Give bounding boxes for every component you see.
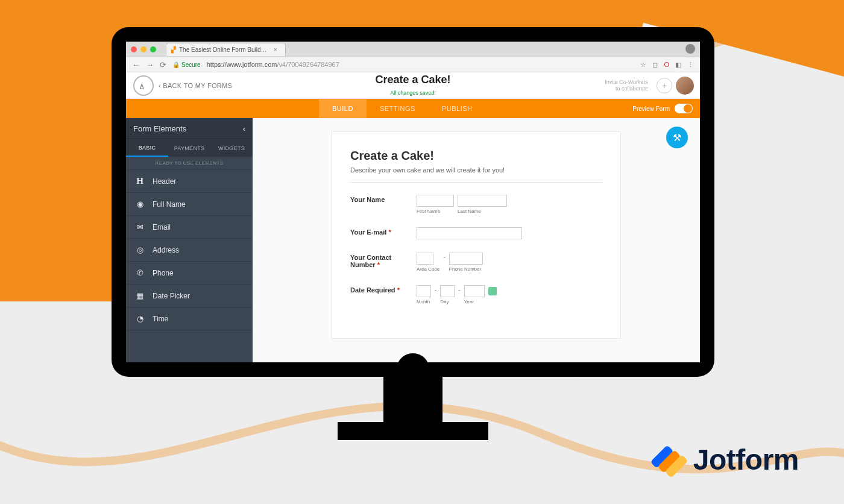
paint-roller-icon: ⚒ xyxy=(673,132,681,143)
pencil-logo-icon[interactable] xyxy=(133,75,154,96)
tab-build[interactable]: BUILD xyxy=(319,99,367,118)
element-date-picker[interactable]: ▦Date Picker xyxy=(126,285,253,307)
hint-day: Day xyxy=(440,299,455,304)
back-label: BACK TO MY FORMS xyxy=(163,82,232,89)
monitor-base xyxy=(338,422,488,440)
label-email: Your E-mail * xyxy=(350,227,417,239)
monitor-frame: ▞ The Easiest Online Form Build… × ← → ⟳… xyxy=(112,27,714,377)
save-status: All changes saved! xyxy=(390,90,436,96)
user-avatar[interactable] xyxy=(676,77,694,95)
tab-close-icon[interactable]: × xyxy=(274,46,277,53)
browser-tab[interactable]: ▞ The Easiest Online Form Build… × xyxy=(166,43,286,56)
element-label: Time xyxy=(153,315,168,323)
phone-number-input[interactable] xyxy=(449,253,483,265)
panel-tab-widgets[interactable]: WIDGETS xyxy=(210,139,253,157)
dash-icon: - xyxy=(435,285,436,293)
year-input[interactable] xyxy=(464,285,485,297)
label-date-text: Date Required xyxy=(350,286,395,294)
form-title-block: Create a Cake! All changes saved! xyxy=(375,74,450,97)
date-picker-icon: ▦ xyxy=(134,291,145,300)
field-date: Date Required * Month - Day - Year xyxy=(350,285,602,304)
jotform-mark-icon xyxy=(649,441,685,477)
preview-label: Preview Form xyxy=(632,106,670,112)
form-canvas: ⚒ Create a Cake! Describe your own cake … xyxy=(253,118,700,362)
month-input[interactable] xyxy=(417,285,431,297)
tab-settings[interactable]: SETTINGS xyxy=(367,99,429,118)
panel-header: Form Elements ‹ xyxy=(126,118,253,139)
nav-back-icon[interactable]: ← xyxy=(132,60,140,69)
label-contact-l1: Your Contact xyxy=(350,254,391,261)
window-close-icon[interactable] xyxy=(131,46,137,52)
element-label: Phone xyxy=(153,269,174,277)
hint-phone: Phone Number xyxy=(449,266,483,272)
add-coworker-button[interactable]: + xyxy=(657,78,672,93)
nav-reload-icon[interactable]: ⟳ xyxy=(160,60,166,69)
url-text[interactable]: https://www.jotform.com/v4/7004926478496… xyxy=(207,61,339,68)
window-min-icon[interactable] xyxy=(140,46,146,52)
panel-tab-payments[interactable]: PAYMENTS xyxy=(168,139,210,157)
day-input[interactable] xyxy=(440,285,455,297)
hint-month: Month xyxy=(417,299,431,304)
element-email[interactable]: ✉Email xyxy=(126,216,253,239)
browser-menu-icon[interactable]: ⋮ xyxy=(687,61,694,69)
secure-badge: 🔒 Secure xyxy=(172,61,201,68)
field-your-name: Your Name First Name Last Name xyxy=(350,195,602,214)
label-email-text: Your E-mail xyxy=(350,228,386,236)
panel-tabs: BASIC PAYMENTS WIDGETS xyxy=(126,139,253,157)
phone-icon: ✆ xyxy=(134,268,145,277)
element-label: Address xyxy=(153,246,179,254)
element-time[interactable]: ◔Time xyxy=(126,307,253,330)
area-code-input[interactable] xyxy=(417,253,433,265)
hint-year: Year xyxy=(464,299,485,304)
jotform-favicon-icon: ▞ xyxy=(171,46,176,53)
divider xyxy=(350,182,602,183)
toggle-switch-icon[interactable] xyxy=(675,104,693,113)
window-max-icon[interactable] xyxy=(150,46,156,52)
hint-first-name: First Name xyxy=(417,209,454,214)
preview-form-toggle[interactable]: Preview Form xyxy=(632,104,693,113)
email-input[interactable] xyxy=(417,227,522,239)
dash-icon: - xyxy=(443,253,445,260)
caret-left-icon: ‹ xyxy=(159,82,161,89)
opera-icon[interactable]: O xyxy=(664,61,669,68)
element-address[interactable]: ◎Address xyxy=(126,239,253,262)
panel-tab-basic[interactable]: BASIC xyxy=(126,139,168,157)
dash-icon: - xyxy=(458,285,460,293)
element-phone[interactable]: ✆Phone xyxy=(126,262,253,285)
url-path: /v4/70049264784967 xyxy=(277,61,339,68)
field-email: Your E-mail * xyxy=(350,227,602,239)
element-header[interactable]: HHeader xyxy=(126,170,253,193)
app-body: Form Elements ‹ BASIC PAYMENTS WIDGETS R… xyxy=(126,118,700,362)
url-host: https://www.jotform.com xyxy=(207,61,277,68)
secure-label: Secure xyxy=(181,61,201,68)
screen: ▞ The Easiest Online Form Build… × ← → ⟳… xyxy=(126,42,700,362)
back-to-forms-link[interactable]: ‹ BACK TO MY FORMS xyxy=(159,82,232,89)
panel-title: Form Elements xyxy=(133,124,186,133)
label-date: Date Required * xyxy=(350,285,417,304)
first-name-input[interactable] xyxy=(417,195,454,207)
hint-last-name: Last Name xyxy=(458,209,507,214)
browser-address-bar: ← → ⟳ 🔒 Secure https://www.jotform.com/v… xyxy=(126,57,700,72)
element-label: Full Name xyxy=(153,200,186,209)
nav-forward-icon[interactable]: → xyxy=(146,60,154,69)
form-elements-panel: Form Elements ‹ BASIC PAYMENTS WIDGETS R… xyxy=(126,118,253,362)
chrome-profile-icon[interactable] xyxy=(685,44,695,54)
form-preview-card: Create a Cake! Describe your own cake an… xyxy=(332,131,621,339)
bookmark-star-icon[interactable]: ☆ xyxy=(640,61,646,69)
tab-publish[interactable]: PUBLISH xyxy=(429,99,486,118)
calendar-picker-icon[interactable] xyxy=(488,287,497,295)
collapse-panel-icon[interactable]: ‹ xyxy=(243,124,245,133)
last-name-input[interactable] xyxy=(458,195,507,207)
invite-l1: Invite Co-Workers xyxy=(605,79,648,86)
form-title: Create a Cake! xyxy=(375,74,450,86)
ext-square-icon[interactable]: ◻ xyxy=(652,61,658,69)
time-icon: ◔ xyxy=(134,314,145,323)
jotform-wordmark: Jotform xyxy=(693,443,799,476)
full-name-icon: ◉ xyxy=(134,200,145,209)
label-your-name: Your Name xyxy=(350,195,417,214)
email-icon: ✉ xyxy=(134,222,145,232)
header-icon: H xyxy=(134,176,145,186)
ext-misc-icon[interactable]: ◧ xyxy=(675,61,681,69)
element-full-name[interactable]: ◉Full Name xyxy=(126,193,253,216)
form-designer-button[interactable]: ⚒ xyxy=(666,127,688,148)
